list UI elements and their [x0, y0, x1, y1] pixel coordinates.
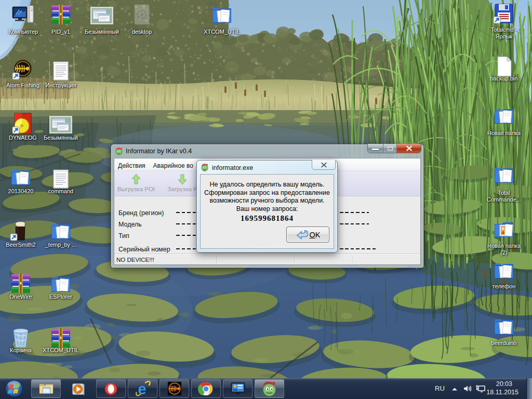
svg-text:e: e: [138, 381, 146, 397]
